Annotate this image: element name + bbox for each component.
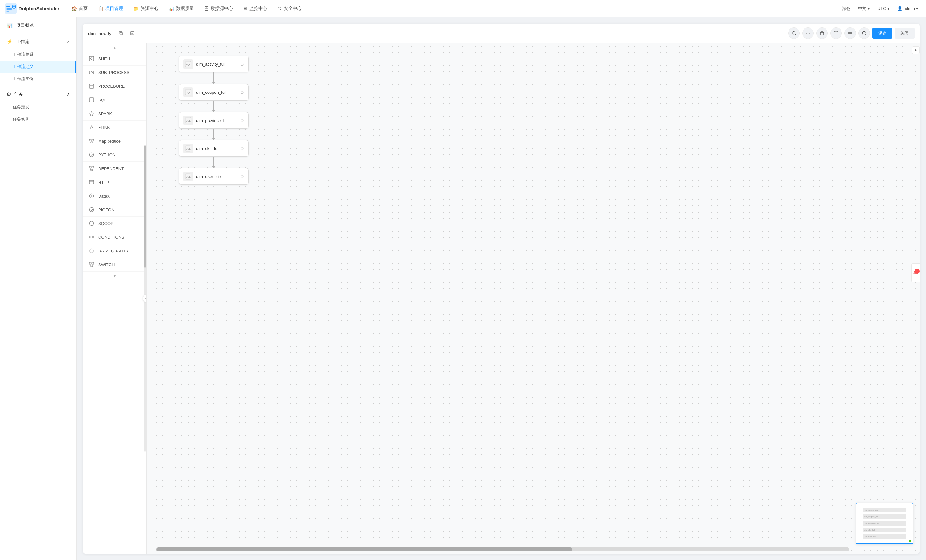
user-menu[interactable]: 👤 admin ▾ — [895, 5, 921, 12]
svg-point-42 — [91, 154, 92, 155]
palette-item-SQOOP[interactable]: SQOOP — [83, 216, 147, 230]
svg-text:SQL: SQL — [186, 63, 191, 66]
node-settings-icon-4[interactable]: ⊙ — [240, 146, 244, 151]
palette-label-SHELL: SHELL — [98, 56, 111, 61]
palette-item-DATA_QUALITY[interactable]: DATA_QUALITY — [83, 244, 147, 258]
user-icon: 👤 — [897, 6, 902, 11]
fullscreen-button[interactable] — [830, 27, 842, 39]
node-settings-icon-5[interactable]: ⊙ — [240, 174, 244, 179]
palette-item-DataX[interactable]: DataX — [83, 189, 147, 203]
node-dim_province_full[interactable]: SQL dim_province_full ⊙ — [179, 112, 249, 129]
sidebar-item-task-definition[interactable]: 任务定义 — [0, 101, 76, 113]
node-settings-icon-3[interactable]: ⊙ — [240, 118, 244, 123]
node-dim_user_zip[interactable]: SQL dim_user_zip ⊙ — [179, 168, 249, 185]
connector-3-4 — [213, 129, 214, 140]
nav-item-home[interactable]: 🏠 首页 — [67, 4, 92, 14]
nav-item-quality[interactable]: 📊 数据质量 — [164, 4, 198, 14]
palette-item-SWITCH[interactable]: SWITCH — [83, 258, 147, 272]
palette-item-SHELL[interactable]: SHELL — [83, 52, 147, 66]
procedure-icon — [88, 83, 95, 90]
quality-icon: 📊 — [169, 6, 174, 11]
node-settings-icon-1[interactable]: ⊙ — [240, 62, 244, 67]
palette-collapse-button[interactable]: ◀ — [142, 295, 147, 302]
palette-label-PROCEDURE: PROCEDURE — [98, 84, 125, 89]
datax-icon — [88, 192, 95, 200]
palette-item-MapReduce[interactable]: MapReduce — [83, 134, 147, 148]
nav-item-monitor[interactable]: 🖥 监控中心 — [239, 4, 272, 14]
svg-rect-3 — [6, 11, 9, 12]
palette-item-SUB_PROCESS[interactable]: SUB_PROCESS — [83, 66, 147, 79]
svg-rect-23 — [89, 56, 94, 61]
canvas-horizontal-scrollbar[interactable] — [156, 547, 849, 551]
editor-toolbar: dim_hourly — [83, 24, 920, 43]
logo-area[interactable]: DolphinScheduler — [5, 3, 59, 14]
svg-text:SQL: SQL — [186, 176, 191, 179]
edit-title-button[interactable] — [128, 29, 137, 38]
layout-button[interactable] — [844, 27, 856, 39]
nav-item-project[interactable]: 📋 项目管理 — [94, 4, 128, 14]
minimap[interactable]: dim_activity_full dim_coupon_full dim_pr… — [856, 502, 913, 544]
palette-label-DataX: DataX — [98, 194, 110, 198]
project-icon: 📋 — [98, 6, 103, 11]
info-button[interactable] — [858, 27, 870, 39]
palette-scroll-up[interactable]: ▲ — [83, 43, 147, 52]
nav-item-resource[interactable]: 📁 资源中心 — [129, 4, 163, 14]
palette-scroll-down[interactable]: ▼ — [83, 272, 147, 280]
workflow-group-icon: ⚡ — [6, 39, 13, 45]
canvas-collapse-top-button[interactable]: ▲ — [912, 46, 920, 54]
sidebar-item-task-instances[interactable]: 任务实例 — [0, 113, 76, 126]
download-button[interactable] — [802, 27, 814, 39]
sidebar-group-workflow[interactable]: ⚡ 工作流 ∧ — [0, 35, 76, 48]
sidebar-item-workflow-definition[interactable]: 工作流定义 — [0, 61, 76, 73]
svg-point-61 — [90, 249, 94, 253]
node-label-1: dim_activity_full — [196, 62, 237, 67]
nav-item-datasource[interactable]: 🗄 数据源中心 — [200, 4, 237, 14]
delete-button[interactable] — [816, 27, 828, 39]
editor-canvas[interactable]: ▲ SQL dim_activity_full — [147, 43, 920, 554]
palette-label-DEPENDENT: DEPENDENT — [98, 166, 124, 171]
notification-badge: 1 — [914, 269, 920, 274]
sidebar-group-tasks[interactable]: ⚙ 任务 ∧ — [0, 88, 76, 101]
palette-item-PYTHON[interactable]: PYTHON — [83, 148, 147, 162]
editor-title-icons — [117, 29, 137, 38]
palette-item-SPARK[interactable]: SPARK — [83, 107, 147, 121]
save-button[interactable]: 保存 — [872, 28, 892, 39]
theme-toggle[interactable]: 深色 — [840, 5, 853, 13]
switch-icon — [88, 261, 95, 268]
sidebar-item-workflow-relations[interactable]: 工作流关系 — [0, 48, 76, 61]
minimap-node-4: dim_sku_full — [863, 528, 906, 532]
overview-icon: 📊 — [6, 22, 13, 29]
node-dim_activity_full[interactable]: SQL dim_activity_full ⊙ — [179, 56, 249, 73]
palette-label-DATA_QUALITY: DATA_QUALITY — [98, 248, 129, 253]
nav-item-security[interactable]: 🛡 安全中心 — [273, 4, 306, 14]
svg-rect-39 — [92, 139, 94, 141]
close-button[interactable]: 关闭 — [895, 28, 914, 39]
data-quality-icon — [88, 247, 95, 254]
palette-item-SQL[interactable]: SQL — [83, 93, 147, 107]
http-icon — [88, 179, 95, 186]
security-icon: 🛡 — [277, 6, 282, 11]
palette-item-PROCEDURE[interactable]: PROCEDURE — [83, 79, 147, 93]
node-dim_sku_full[interactable]: SQL dim_sku_full ⊙ — [179, 140, 249, 157]
lang-select[interactable]: 中文 ▾ — [855, 5, 872, 13]
palette-item-DEPENDENT[interactable]: DEPENDENT — [83, 162, 147, 176]
palette-item-HTTP[interactable]: HTTP — [83, 176, 147, 189]
sidebar-item-overview[interactable]: 📊 项目概览 — [0, 18, 76, 32]
copy-title-button[interactable] — [117, 29, 126, 38]
svg-point-59 — [92, 236, 94, 238]
node-settings-icon-2[interactable]: ⊙ — [240, 90, 244, 95]
palette-label-PYTHON: PYTHON — [98, 153, 115, 157]
palette-item-CONDITIONS[interactable]: CONDITIONS — [83, 230, 147, 244]
tasks-group-icon: ⚙ — [6, 91, 11, 97]
palette-item-PIGEON[interactable]: PIGEON — [83, 203, 147, 216]
theme-label: 深色 — [842, 6, 850, 12]
workflow-nodes: SQL dim_activity_full ⊙ — [179, 56, 249, 185]
palette-item-FLINK[interactable]: FLINK — [83, 121, 147, 134]
search-button[interactable] — [788, 27, 800, 39]
palette-label-CONDITIONS: CONDITIONS — [98, 235, 124, 240]
right-panel-toggle[interactable]: 1 — [911, 263, 920, 282]
logo-icon — [5, 3, 17, 14]
timezone-select[interactable]: UTC ▾ — [875, 5, 892, 12]
sidebar-item-workflow-instances[interactable]: 工作流实例 — [0, 73, 76, 85]
node-dim_coupon_full[interactable]: SQL dim_coupon_full ⊙ — [179, 84, 249, 100]
